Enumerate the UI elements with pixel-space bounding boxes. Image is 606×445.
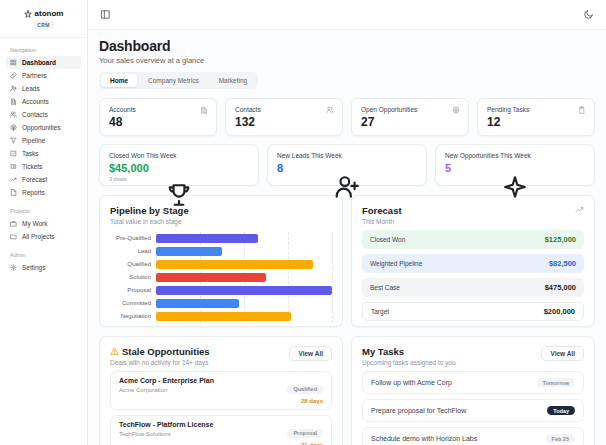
tasks-view-all-button[interactable]: View All <box>541 346 584 361</box>
pipeline-bar <box>156 247 222 256</box>
tab-home[interactable]: Home <box>101 74 137 87</box>
stale-age: 28 days <box>287 398 323 404</box>
task-title: Follow up with Acme Corp <box>371 379 452 386</box>
pipeline-by-stage-card: Pipeline by Stage Total value in each st… <box>99 195 343 327</box>
stat-card-pending-tasks: Pending Tasks 12 <box>477 98 595 136</box>
x-tick: $80,000 <box>190 325 210 327</box>
sidebar-item-settings[interactable]: Settings <box>6 261 81 274</box>
sidebar-item-label: Settings <box>22 264 46 271</box>
stat-value: 48 <box>109 115 207 129</box>
middle-row: Pipeline by Stage Total value in each st… <box>99 195 595 327</box>
forecast-row-target: Target $200,000 <box>362 302 584 321</box>
building-icon <box>10 98 17 105</box>
tab-bar: Home Company Metrics Marketing <box>99 72 258 89</box>
stat-label: New Opportunities This Week <box>445 152 585 159</box>
sidebar-item-label: Accounts <box>22 98 49 105</box>
stat-value: 132 <box>235 115 333 129</box>
sidebar-section-admin: Admin <box>10 252 77 258</box>
sidebar-toggle-icon[interactable] <box>100 9 111 20</box>
logo: atonom <box>6 9 81 18</box>
stat-value: 27 <box>361 115 459 129</box>
sidebar-item-forecast[interactable]: Forecast <box>6 173 81 186</box>
stale-view-all-button[interactable]: View All <box>289 346 332 361</box>
sidebar-item-opportunities[interactable]: Opportunities <box>6 121 81 134</box>
forecast-row-closed-won: Closed Won $125,000 <box>362 230 584 249</box>
stat-card-new-opportunities-week: New Opportunities This Week 5 <box>435 144 595 186</box>
app-window: atonom CRM Navigation Dashboard Partners… <box>0 0 606 445</box>
stage-badge: Proposal <box>287 429 323 438</box>
sidebar-item-label: Contacts <box>22 111 48 118</box>
stale-item-acme[interactable]: Acme Corp - Enterprise Plan Acme Corpora… <box>110 371 332 410</box>
sidebar-item-partners[interactable]: Partners <box>6 69 81 82</box>
sidebar-item-label: Tickets <box>22 163 42 170</box>
sidebar-item-label: Dashboard <box>22 59 56 66</box>
sidebar-item-label: Reports <box>22 189 45 196</box>
tab-marketing[interactable]: Marketing <box>210 74 257 87</box>
stat-value: 5 <box>445 162 585 174</box>
theme-toggle-icon[interactable] <box>583 9 594 20</box>
task-item[interactable]: Schedule demo with Horizon Labs Feb 25 <box>362 427 584 445</box>
sidebar-item-tasks[interactable]: Tasks <box>6 147 81 160</box>
x-tick: $160,000 <box>233 325 256 327</box>
sidebar-item-label: All Projects <box>22 233 55 240</box>
bar-label: Pre-Qualified <box>110 232 156 245</box>
sidebar-item-label: Tasks <box>22 150 39 157</box>
gear-icon <box>10 264 17 271</box>
sidebar-item-pipeline[interactable]: Pipeline <box>6 134 81 147</box>
bar-label: Qualified <box>110 258 156 271</box>
forecast-header: Forecast This Month <box>362 205 584 225</box>
due-badge: Tomorrow <box>537 378 575 387</box>
bar-label: Lead <box>110 245 156 258</box>
chart-y-labels: Pre-Qualified Lead Qualified Solution Pr… <box>110 232 156 323</box>
sidebar-item-contacts[interactable]: Contacts <box>6 108 81 121</box>
forecast-subtitle: This Month <box>362 218 402 225</box>
stat-label: Open Opportunities <box>361 106 459 113</box>
sidebar-item-tickets[interactable]: Tickets <box>6 160 81 173</box>
user-plus-icon <box>10 85 17 92</box>
chart-x-labels: $0 $80,000 $160,000 $240,000 $320,000 <box>156 325 332 327</box>
task-item[interactable]: Follow up with Acme Corp Tomorrow <box>362 371 584 394</box>
forecast-title: Forecast <box>362 205 402 216</box>
pipeline-bar <box>156 286 332 295</box>
tasks-title: My Tasks <box>362 346 456 357</box>
building-icon <box>200 106 208 114</box>
x-tick: $240,000 <box>277 325 300 327</box>
bar-label: Proposal <box>110 284 156 297</box>
topbar <box>88 0 606 30</box>
task-title: Prepare proposal for TechFlow <box>371 407 466 414</box>
stale-opportunities-card: Stale Opportunities Deals with no activi… <box>99 336 343 445</box>
task-item[interactable]: Prepare proposal for TechFlow Today <box>362 399 584 422</box>
sidebar-item-all-projects[interactable]: All Projects <box>6 230 81 243</box>
folder-icon <box>10 233 17 240</box>
bar-label: Committed <box>110 297 156 310</box>
forecast-value: $200,000 <box>544 307 575 316</box>
forecast-label: Best Case <box>370 284 400 291</box>
stale-item-techflow[interactable]: TechFlow - Platform License TechFlow Sol… <box>110 415 332 445</box>
tasks-subtitle: Upcoming tasks assigned to you <box>362 359 456 366</box>
stat-card-new-leads-week: New Leads This Week 8 <box>267 144 427 186</box>
dashboard-content: Dashboard Your sales overview at a glanc… <box>88 30 606 445</box>
sidebar-item-my-work[interactable]: My Work <box>6 217 81 230</box>
stat-label: Accounts <box>109 106 207 113</box>
stat-label: Contacts <box>235 106 333 113</box>
due-badge: Feb 25 <box>546 434 575 443</box>
sidebar-item-label: Leads <box>22 85 40 92</box>
sidebar-item-label: Partners <box>22 72 47 79</box>
bar-label: Solution <box>110 271 156 284</box>
sidebar: atonom CRM Navigation Dashboard Partners… <box>0 0 88 445</box>
stale-subtitle: Deals with no activity for 14+ days <box>110 359 210 366</box>
logo-icon <box>24 10 32 18</box>
sidebar-item-reports[interactable]: Reports <box>6 186 81 199</box>
handshake-icon <box>10 72 17 79</box>
sidebar-item-accounts[interactable]: Accounts <box>6 95 81 108</box>
stat-value: $45,000 <box>109 162 249 174</box>
sidebar-item-leads[interactable]: Leads <box>6 82 81 95</box>
user-plus-icon <box>277 174 417 200</box>
tab-company-metrics[interactable]: Company Metrics <box>139 74 208 87</box>
sidebar-item-dashboard[interactable]: Dashboard <box>6 56 81 69</box>
stat-label: New Leads This Week <box>277 152 417 159</box>
target-icon <box>452 106 460 114</box>
sidebar-section-projects: Projects <box>10 208 77 214</box>
trend-icon <box>10 176 17 183</box>
logo-text: atonom <box>35 9 64 18</box>
